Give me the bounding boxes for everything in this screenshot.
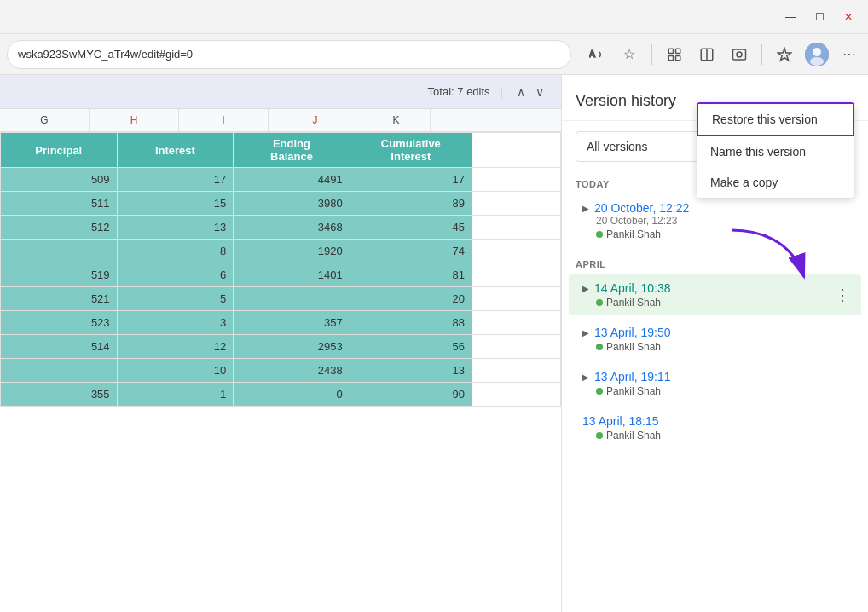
divider: | (501, 85, 503, 98)
collections-icon[interactable] (773, 43, 796, 66)
version-history-sidebar: Version history All versions ▾ TODAY ▶ 2… (561, 75, 868, 612)
address-text: wska923SwMYC_aTr4w/edit#gid=0 (18, 48, 193, 61)
version-author-april-3: Pankil Shah (596, 385, 848, 397)
cell-g5: 519 (1, 263, 118, 287)
table-row: 10 2438 13 (1, 359, 561, 383)
expand-arrow-icon-april2: ▶ (582, 328, 589, 338)
make-copy-menu-item[interactable]: Make a copy (697, 167, 854, 198)
restore-version-menu-item[interactable]: Restore this version (697, 102, 854, 136)
cell-g3: 512 (1, 216, 118, 240)
cell-k1 (472, 168, 560, 192)
cell-h2: 15 (117, 192, 234, 216)
toolbar-divider-1 (651, 44, 652, 65)
header-principal: Principal (1, 133, 118, 168)
cell-k5 (472, 263, 560, 287)
cell-k10 (472, 383, 560, 407)
expand-arrow-icon-april1: ▶ (582, 284, 589, 293)
cell-g9 (1, 359, 118, 383)
cell-j6: 20 (350, 287, 472, 311)
browser-titlebar: — ☐ ✕ (0, 0, 868, 34)
svg-point-10 (813, 48, 821, 56)
spreadsheet-area: Total: 7 edits | ∧ ∨ G H I J K Principal… (0, 75, 561, 612)
cell-h6: 5 (117, 287, 234, 311)
version-item-april-3[interactable]: ▶ 13 April, 19:11 Pankil Shah (569, 363, 861, 404)
svg-rect-7 (733, 49, 746, 60)
cell-h10: 1 (117, 383, 234, 407)
cell-g1: 509 (1, 168, 118, 192)
svg-rect-2 (676, 49, 680, 53)
version-author-april-2: Pankil Shah (596, 341, 848, 353)
cell-j4: 74 (350, 240, 472, 263)
cell-h1: 17 (117, 168, 234, 192)
cell-i7: 357 (234, 311, 350, 335)
cell-i10: 0 (234, 383, 350, 407)
toolbar-divider-2 (761, 44, 762, 65)
spreadsheet-header-row: Principal Interest EndingBalance Cumulat… (1, 133, 561, 168)
extensions-icon[interactable] (663, 43, 686, 66)
cell-g6: 521 (1, 287, 118, 311)
split-icon[interactable] (695, 43, 719, 66)
cell-j1: 17 (350, 168, 472, 192)
version-item-today[interactable]: ▶ 20 October, 12:22 20 October, 12:23 Pa… (569, 194, 861, 247)
minimize-button[interactable]: — (778, 5, 803, 29)
svg-rect-3 (676, 55, 680, 60)
header-cumulative-interest: CumulativeInterest (350, 133, 472, 168)
version-date-label-april-4: 13 April, 18:15 (582, 414, 659, 428)
total-edits-label: Total: 7 edits (428, 85, 490, 98)
cell-h7: 3 (117, 311, 234, 335)
cell-i8: 2953 (234, 335, 350, 359)
version-date-label-april-2: 13 April, 19:50 (594, 326, 671, 339)
author-dot-icon (596, 231, 603, 238)
table-row: 519 6 1401 81 (1, 263, 561, 287)
svg-point-8 (737, 52, 742, 57)
header-ending-balance: EndingBalance (234, 133, 350, 168)
author-name-april-2: Pankil Shah (606, 341, 661, 353)
table-row: 511 15 3980 89 (1, 192, 561, 216)
april-section-label: APRIL (562, 252, 868, 273)
version-date-april-4: 13 April, 18:15 (582, 414, 848, 428)
maximize-button[interactable]: ☐ (807, 5, 832, 29)
cell-i5: 1401 (234, 263, 350, 287)
cell-j2: 89 (350, 192, 472, 216)
table-row: 509 17 4491 17 (1, 168, 561, 192)
context-menu: Restore this version Name this version M… (697, 102, 854, 198)
edits-up-button[interactable]: ∧ (513, 84, 529, 101)
name-version-menu-item[interactable]: Name this version (697, 136, 854, 167)
edits-down-button[interactable]: ∨ (532, 84, 547, 101)
svg-rect-4 (668, 55, 673, 60)
cell-j7: 88 (350, 311, 472, 335)
cell-g2: 511 (1, 192, 118, 216)
version-date-label-today: 20 October, 12:22 (594, 201, 689, 215)
author-dot-april2-icon (596, 344, 603, 350)
col-header-h: H (90, 109, 179, 131)
cell-h8: 12 (117, 335, 234, 359)
profile-avatar[interactable] (805, 43, 829, 66)
address-bar[interactable]: wska923SwMYC_aTr4w/edit#gid=0 (7, 40, 571, 69)
expand-arrow-icon-april3: ▶ (582, 372, 589, 382)
author-name-april-1: Pankil Shah (606, 297, 661, 309)
author-dot-april1-icon (596, 299, 603, 306)
svg-point-11 (810, 57, 824, 66)
cell-g7: 523 (1, 311, 118, 335)
more-options-icon[interactable]: ⋯ (837, 43, 861, 66)
header-k-empty (472, 133, 560, 168)
three-dots-button-april1[interactable]: ⋮ (830, 283, 854, 307)
svg-text:A: A (589, 49, 595, 59)
expand-arrow-icon: ▶ (582, 204, 589, 213)
version-item-april-2[interactable]: ▶ 13 April, 19:50 Pankil Shah (569, 319, 861, 360)
table-row: 514 12 2953 56 (1, 335, 561, 359)
version-item-april-4[interactable]: 13 April, 18:15 Pankil Shah (569, 407, 861, 448)
read-aloud-icon[interactable]: A (585, 43, 609, 66)
cell-i6 (234, 287, 350, 311)
screenshot-icon[interactable] (727, 43, 751, 66)
favorites-star-icon[interactable]: ☆ (617, 43, 641, 66)
col-header-j: J (269, 109, 362, 131)
toolbar-icons: A ☆ ⋯ (585, 43, 861, 66)
cell-g4 (1, 240, 118, 263)
cell-i4: 1920 (234, 240, 350, 263)
header-interest: Interest (117, 133, 234, 168)
version-subdate-today: 20 October, 12:23 (596, 215, 848, 227)
close-button[interactable]: ✕ (836, 5, 861, 29)
version-item-april-1[interactable]: ▶ 14 April, 10:38 Pankil Shah ⋮ (569, 274, 861, 315)
version-author-april-1: Pankil Shah (596, 297, 848, 309)
